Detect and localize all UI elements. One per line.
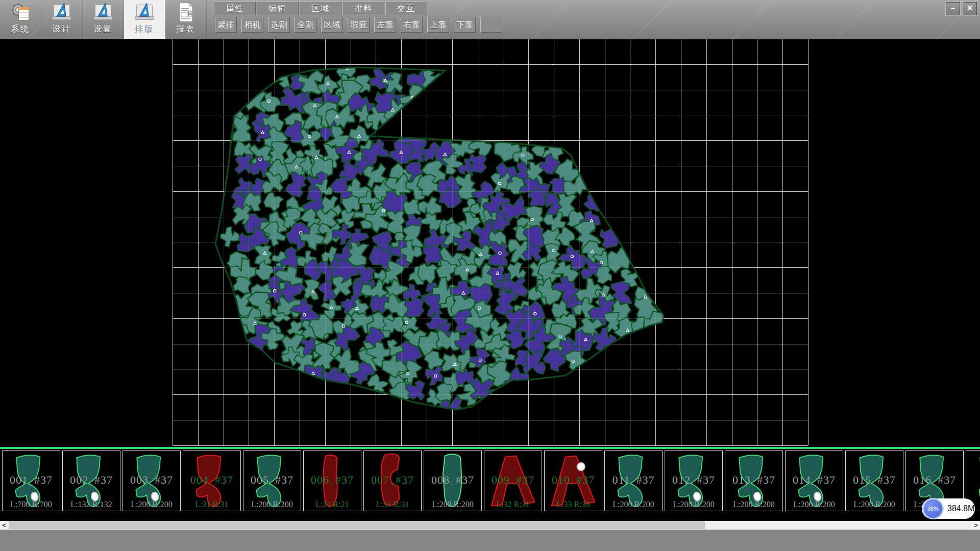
tool-button-8[interactable]: 右靠 xyxy=(401,17,423,33)
piece-label: 007_#37 xyxy=(364,473,421,487)
piece-label: 010_#37 xyxy=(545,473,602,487)
piece-thumbnail-8[interactable]: 008_#37L:200 R:200 xyxy=(424,450,482,511)
sheet-icon xyxy=(18,7,29,20)
tool-button-9[interactable]: 上靠 xyxy=(427,17,449,33)
tool-button-2[interactable]: 相机 xyxy=(241,17,263,33)
piece-label: 011_#37 xyxy=(605,473,662,487)
piece-label: 009_#37 xyxy=(484,473,542,487)
tool-button-3[interactable]: 选割 xyxy=(268,17,290,33)
piece-lr-count: L:700 R:700 xyxy=(3,500,60,509)
horizontal-scrollbar[interactable]: < > xyxy=(0,521,980,530)
design-icon xyxy=(51,1,73,23)
piece-label: 012_#37 xyxy=(665,473,722,487)
tool-button-4[interactable]: 全割 xyxy=(295,17,316,33)
scrollbar-thumb[interactable] xyxy=(9,521,705,529)
nav-tab-bar: 系统设计设置排版报表 xyxy=(0,0,207,39)
piece-thumbnail-11[interactable]: 011_#37L:200 R:200 xyxy=(604,450,663,511)
tool-spacer xyxy=(480,17,502,33)
menu-button-4[interactable]: 排料 xyxy=(342,2,384,15)
piece-label: 015_#37 xyxy=(846,473,903,487)
piece-lr-count: L:200 R:200 xyxy=(424,500,481,509)
percent-badge: 38% xyxy=(922,498,944,519)
tab-label: 排版 xyxy=(135,24,154,35)
piece-lr-count: L:200 R:200 xyxy=(786,500,843,509)
piece-thumbnail-9[interactable]: 009_#37L:32 R:31 xyxy=(484,450,542,511)
piece-label: 004_#37 xyxy=(183,473,240,487)
piece-thumbnail-2[interactable]: 002_#37L:132 R:132 xyxy=(62,450,120,511)
scroll-right-arrow[interactable]: > xyxy=(972,521,980,530)
tab-layout[interactable]: 排版 xyxy=(124,0,165,39)
tool-button-5[interactable]: 区域 xyxy=(321,17,343,33)
piece-lr-count: L:132 R:132 xyxy=(63,500,120,509)
menu-button-2[interactable]: 编辑 xyxy=(257,2,299,15)
memory-value: 384.8M xyxy=(947,498,974,519)
piece-thumbnail-15[interactable]: 015_#37L:200 R:200 xyxy=(845,450,903,511)
tab-label: 设计 xyxy=(52,24,71,35)
tab-label: 设置 xyxy=(93,24,113,35)
piece-lr-count: L:31 R:31 xyxy=(183,500,240,509)
piece-lr-count: L:200 R:200 xyxy=(605,500,662,509)
menu-button-3[interactable]: 区域 xyxy=(300,2,341,15)
tab-settings[interactable]: 设置 xyxy=(83,0,124,39)
piece-thumbnail-3[interactable]: 003_#37L:200 R:200 xyxy=(122,450,181,511)
filmstrip-accent-line xyxy=(0,447,980,449)
application-window: 系统设计设置排版报表 属性编辑区域排料交互 聚排相机选割全割区域瑕疵左靠右靠上靠… xyxy=(0,0,980,551)
tool-button-10[interactable]: 下靠 xyxy=(454,17,476,33)
nesting-canvas[interactable] xyxy=(0,39,980,447)
tool-row: 聚排相机选割全割区域瑕疵左靠右靠上靠下靠 xyxy=(215,17,502,33)
piece-thumbnail-12[interactable]: 012_#37L:200 R:200 xyxy=(665,450,723,511)
piece-lr-count: L:200 R:200 xyxy=(725,500,782,509)
piece-lr-count: L:200 R:200 xyxy=(846,500,903,509)
scroll-left-arrow[interactable]: < xyxy=(0,521,8,530)
close-button[interactable]: ✕ xyxy=(963,2,977,15)
piece-thumbnail-13[interactable]: 013_#37L:200 R:200 xyxy=(725,450,783,511)
piece-label: 003_#37 xyxy=(123,473,180,487)
menu-button-1[interactable]: 属性 xyxy=(214,2,256,15)
menu-row: 属性编辑区域排料交互 xyxy=(214,2,427,15)
tab-report[interactable]: 报表 xyxy=(165,0,207,39)
piece-thumbnail-5[interactable]: 005_#37L:200 R:200 xyxy=(243,450,301,511)
piece-lr-count: L:32 R:31 xyxy=(484,500,542,509)
piece-thumbnail-6[interactable]: 006_#37L:21 R:21 xyxy=(303,450,361,511)
report-icon xyxy=(175,1,197,23)
minimize-button[interactable]: – xyxy=(946,2,960,15)
menu-button-5[interactable]: 交互 xyxy=(385,2,427,15)
tool-button-6[interactable]: 瑕疵 xyxy=(348,17,370,33)
layout-icon xyxy=(133,1,156,23)
piece-label: 005_#37 xyxy=(243,473,301,487)
tab-system[interactable]: 系统 xyxy=(0,0,41,39)
piece-thumbnail-1[interactable]: 001_#37L:700 R:700 xyxy=(2,450,60,511)
piece-label: 006_#37 xyxy=(304,473,361,487)
tab-label: 系统 xyxy=(11,24,30,35)
memory-indicator-pill[interactable]: 38% 384.8M xyxy=(922,498,975,519)
toolbar: 系统设计设置排版报表 属性编辑区域排料交互 聚排相机选割全割区域瑕疵左靠右靠上靠… xyxy=(0,0,980,39)
tab-design[interactable]: 设计 xyxy=(41,0,83,39)
window-controls: – ✕ xyxy=(946,2,977,15)
piece-thumbnail-14[interactable]: 014_#37L:200 R:200 xyxy=(785,450,843,511)
piece-label: 001_#37 xyxy=(3,473,60,487)
piece-label: 014_#37 xyxy=(786,473,843,487)
piece-lr-count: L:31 R:31 xyxy=(364,500,421,509)
piece-filmstrip: 001_#37L:700 R:700002_#37L:132 R:132003_… xyxy=(0,447,980,521)
piece-label: 008_#37 xyxy=(424,473,481,487)
piece-lr-count: L:200 R:200 xyxy=(243,500,301,509)
piece-thumbnail-10[interactable]: 010_#37L:33 R:33 xyxy=(544,450,602,511)
piece-label: 002_#37 xyxy=(63,473,120,487)
piece-lr-count: L:21 R:21 xyxy=(304,500,361,509)
piece-thumbnail-7[interactable]: 007_#37L:31 R:31 xyxy=(363,450,422,511)
piece-thumbnail-4[interactable]: 004_#37L:31 R:31 xyxy=(183,450,241,511)
piece-lr-count: L:33 R:33 xyxy=(545,500,602,509)
piece-lr-count: L:200 R:200 xyxy=(665,500,722,509)
piece-lr-count: L:200 R:200 xyxy=(123,500,180,509)
tool-button-1[interactable]: 聚排 xyxy=(215,17,237,33)
piece-label: 016_#37 xyxy=(906,473,963,487)
piece-label: 013_#37 xyxy=(725,473,782,487)
status-bar xyxy=(0,530,980,551)
system-icon xyxy=(9,1,32,23)
piece-label: 0 xyxy=(966,473,980,487)
tool-button-7[interactable]: 左靠 xyxy=(374,17,396,33)
settings-icon xyxy=(92,1,114,23)
tab-label: 报表 xyxy=(176,24,195,35)
